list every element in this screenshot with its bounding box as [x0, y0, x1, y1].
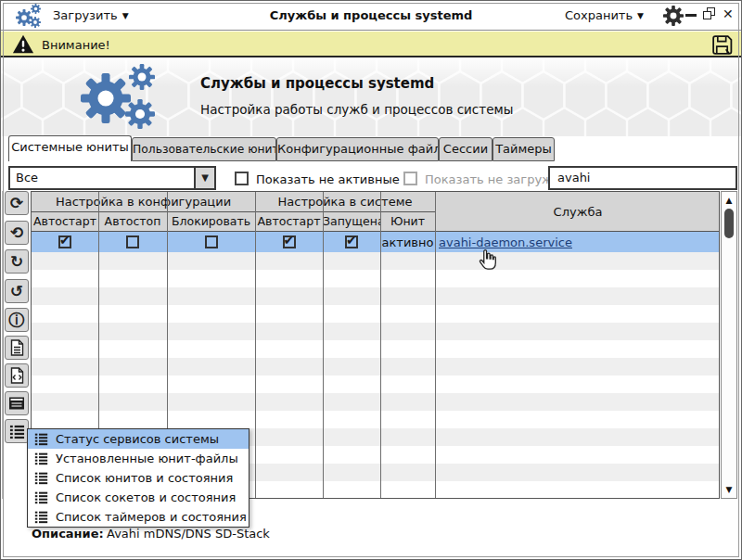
banner-subtitle: Настройка работы служб и процессов систе…: [200, 102, 513, 117]
undo-button[interactable]: ↺: [5, 279, 29, 303]
history-restore-button[interactable]: ⟲: [5, 221, 29, 245]
refresh-button[interactable]: ⟳: [5, 191, 29, 215]
scroll-down-arrow-icon[interactable]: ▼: [722, 483, 736, 496]
column-header-unit: Юнит: [380, 212, 435, 232]
chevron-down-icon: ▼: [637, 11, 644, 20]
column-header-service: Служба: [435, 192, 720, 232]
minimize-button[interactable]: [685, 14, 697, 17]
vertical-scrollbar[interactable]: ▲ ▼: [721, 191, 737, 499]
window-controls: ✕: [685, 6, 734, 23]
cell-autostart-system: [255, 232, 323, 252]
toolbar-groove: [2, 191, 4, 499]
scroll-up-arrow-icon[interactable]: ▲: [722, 194, 736, 207]
menu-item-timers-list[interactable]: Список таймеров и состояния: [28, 507, 249, 527]
column-header-autostop-config: Автостоп: [98, 212, 167, 232]
bullet-list-icon: [34, 432, 48, 446]
column-divider: [323, 192, 324, 498]
services-menu-button[interactable]: [5, 419, 29, 443]
menu-item-label: Список юнитов и состояния: [56, 471, 233, 485]
menu-item-label: Список таймеров и состояния: [56, 510, 247, 524]
bullet-list-icon: [34, 510, 48, 524]
banner-title: Службы и процессы systemd: [200, 75, 434, 92]
save-floppy-icon[interactable]: [710, 33, 734, 57]
save-label: Сохранить: [565, 8, 633, 22]
undo-icon: ↺: [10, 284, 23, 299]
document-code-icon: [9, 367, 25, 384]
refresh-icon: ⟳: [10, 196, 23, 211]
tab-sessions[interactable]: Сессии: [439, 137, 493, 161]
warning-label: Внимание!: [42, 38, 110, 52]
group-header-config: Настройка в конфигурации: [32, 192, 255, 212]
document-icon: [9, 339, 25, 356]
tab-system-units[interactable]: Системные юниты: [8, 135, 132, 161]
console-list-button[interactable]: [5, 391, 29, 415]
restore-button[interactable]: [703, 7, 716, 20]
bullet-list-icon: [34, 452, 48, 465]
service-link[interactable]: avahi-daemon.service: [435, 235, 572, 249]
cell-autostart-config: [32, 232, 98, 252]
category-combobox[interactable]: Все ▼: [8, 166, 216, 190]
show-inactive-checkbox[interactable]: [235, 172, 249, 185]
save-menu-button[interactable]: Сохранить▼: [565, 8, 644, 22]
menu-item-service-status[interactable]: Статус сервисов системы: [28, 429, 249, 449]
hand-pointer-cursor: [475, 248, 499, 273]
close-button[interactable]: ✕: [723, 6, 734, 21]
column-divider: [435, 192, 436, 498]
services-dropdown-menu: Статус сервисов системы Установленные юн…: [27, 428, 249, 528]
bullet-list-icon: [34, 471, 48, 485]
autostart-config-checkbox[interactable]: [58, 235, 71, 248]
menu-item-installed-unit-files[interactable]: Установленные юнит-файлы: [28, 449, 249, 468]
column-divider: [380, 192, 381, 498]
redo-button[interactable]: ↻: [5, 249, 29, 274]
description-value: Avahi mDNS/DNS SD-Stack: [107, 527, 270, 541]
menu-item-label: Установленные юнит-файлы: [56, 452, 238, 465]
running-system-checkbox[interactable]: [345, 235, 358, 248]
table-row-selected[interactable]: активно avahi-daemon.service: [32, 232, 719, 252]
history-restore-icon: ⟲: [10, 225, 23, 241]
category-value: Все: [16, 171, 38, 185]
menu-item-label: Список сокетов и состояния: [56, 490, 236, 504]
column-header-autostart-config: Автостарт: [32, 212, 98, 232]
tab-strip: Системные юниты Пользовательские юниты К…: [1, 135, 741, 161]
info-button[interactable]: ⓘ: [5, 308, 29, 332]
column-divider: [255, 192, 256, 498]
scrollbar-thumb[interactable]: [724, 209, 734, 238]
menu-item-units-list[interactable]: Список юнитов и состояния: [28, 468, 249, 488]
chevron-down-icon: ▼: [201, 172, 209, 183]
tab-user-units[interactable]: Пользовательские юниты: [132, 137, 276, 161]
unit-status-badge: активно: [382, 235, 434, 249]
cell-running-system: [323, 232, 380, 252]
combobox-dropdown-button[interactable]: ▼: [194, 168, 214, 188]
group-header-system: Настройка в системе: [255, 192, 435, 212]
autostart-system-checkbox[interactable]: [283, 235, 296, 248]
search-input[interactable]: avahi: [548, 166, 737, 190]
app-window: Загрузить▼ Службы и процессы systemd Сох…: [0, 0, 742, 560]
redo-icon: ↻: [10, 254, 23, 270]
restore-icon: [703, 11, 711, 19]
warning-bar: Внимание!: [1, 32, 741, 57]
tab-timers[interactable]: Таймеры: [493, 137, 555, 161]
menu-item-sockets-list[interactable]: Список сокетов и состояния: [28, 488, 249, 507]
column-header-block: Блокировать: [167, 212, 255, 232]
document-code-button[interactable]: [5, 363, 29, 388]
console-list-icon: [8, 396, 25, 411]
titlebar: Загрузить▼ Службы и процессы systemd Сох…: [1, 1, 741, 31]
cell-autostop-config: [98, 232, 167, 252]
warning-triangle-icon: [12, 33, 34, 56]
show-unloaded-checkbox[interactable]: [403, 172, 417, 185]
info-icon: ⓘ: [9, 312, 25, 328]
services-menu-icon: [9, 424, 25, 439]
column-header-autostart-system: Автостарт: [255, 212, 323, 232]
settings-gear-icon[interactable]: [663, 6, 684, 26]
search-value: avahi: [557, 171, 590, 185]
column-header-running: Запущена: [323, 212, 380, 232]
tab-config-files[interactable]: Конфигурационные файлы: [276, 137, 439, 161]
menu-item-label: Статус сервисов системы: [56, 432, 219, 446]
autostop-config-checkbox[interactable]: [126, 235, 139, 248]
gears-logo-icon: [81, 64, 164, 131]
block-config-checkbox[interactable]: [205, 235, 218, 248]
document-button[interactable]: [5, 336, 29, 360]
banner: Службы и процессы systemd Настройка рабо…: [1, 59, 741, 136]
bullet-list-icon: [34, 490, 48, 504]
show-inactive-label: Показать не активные: [256, 172, 400, 186]
